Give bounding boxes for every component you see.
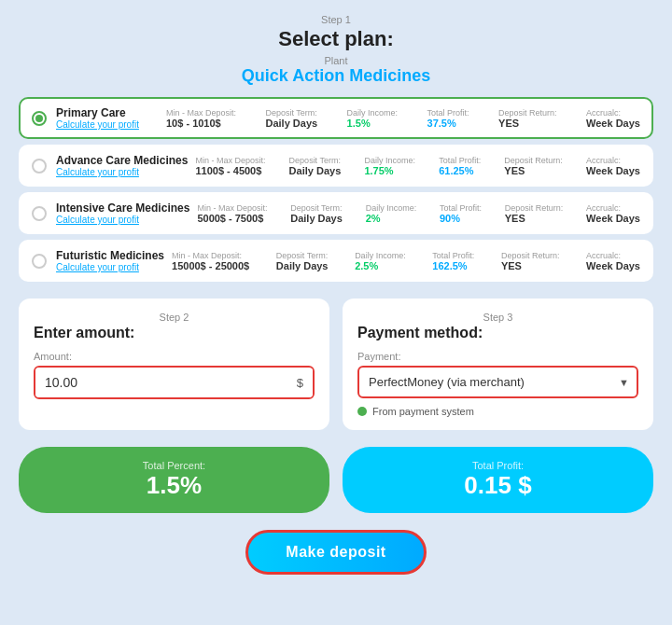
amount-input[interactable] bbox=[35, 368, 287, 397]
payment-label: Payment: bbox=[357, 351, 638, 362]
plan-info-futuristic: Futuristic Medicines Calculate your prof… bbox=[56, 249, 164, 272]
result-percent-label: Total Percent: bbox=[143, 460, 205, 471]
plan-row-advance[interactable]: Advance Care Medicines Calculate your pr… bbox=[19, 145, 653, 187]
radio-intensive[interactable] bbox=[32, 206, 47, 221]
plan-stats-intensive: Min - Max Deposit: 5000$ - 7500$ Deposit… bbox=[197, 203, 640, 224]
amount-input-wrap: $ bbox=[34, 366, 315, 399]
stat-income-primary: Daily Income: 1.5% bbox=[347, 108, 399, 129]
make-deposit-button[interactable]: Make deposit bbox=[245, 530, 426, 575]
plan-info-intensive: Intensive Care Medicines Calculate your … bbox=[56, 201, 189, 225]
step3-title: Payment method: bbox=[357, 325, 638, 341]
result-percent-value: 1.5% bbox=[147, 471, 202, 500]
radio-advance[interactable] bbox=[32, 159, 47, 174]
steps-row: Step 2 Enter amount: Amount: $ Step 3 Pa… bbox=[19, 299, 653, 430]
plan-stats-advance: Min - Max Deposit: 1100$ - 4500$ Deposit… bbox=[195, 156, 640, 176]
from-payment-row: From payment system bbox=[357, 406, 638, 417]
green-dot-icon bbox=[357, 407, 367, 416]
plan-row-primary[interactable]: Primary Care Calculate your profit Min -… bbox=[19, 97, 653, 139]
from-payment-text: From payment system bbox=[372, 406, 474, 417]
calc-link-intensive[interactable]: Calculate your profit bbox=[56, 215, 189, 225]
stat-profit-primary: Total Profit: 37.5% bbox=[427, 108, 469, 129]
stat-return-primary: Deposit Return: YES bbox=[498, 108, 557, 129]
result-row: Total Percent: 1.5% Total Profit: 0.15 $ bbox=[19, 447, 653, 513]
amount-label: Amount: bbox=[34, 351, 315, 362]
result-profit-value: 0.15 $ bbox=[464, 471, 531, 500]
plan-info-primary: Primary Care Calculate your profit bbox=[56, 106, 159, 130]
plan-label: Plant bbox=[324, 55, 347, 66]
step2-title: Enter amount: bbox=[34, 325, 315, 341]
radio-primary[interactable] bbox=[32, 111, 47, 126]
plan-name-primary: Primary Care bbox=[56, 106, 159, 119]
currency-symbol: $ bbox=[287, 368, 313, 397]
calc-link-advance[interactable]: Calculate your profit bbox=[56, 167, 188, 177]
plan-info-advance: Advance Care Medicines Calculate your pr… bbox=[56, 154, 188, 177]
calc-link-futuristic[interactable]: Calculate your profit bbox=[56, 262, 164, 272]
step3-card: Step 3 Payment method: Payment: PerfectM… bbox=[343, 299, 653, 430]
plan-stats-futuristic: Min - Max Deposit: 15000$ - 25000$ Depos… bbox=[172, 251, 640, 271]
stat-term-primary: Deposit Term: Daily Days bbox=[265, 108, 317, 129]
step3-label: Step 3 bbox=[357, 312, 638, 323]
result-profit-label: Total Profit: bbox=[472, 460, 524, 471]
calc-link-primary[interactable]: Calculate your profit bbox=[56, 119, 159, 130]
step1-label: Step 1 bbox=[321, 14, 351, 25]
plan-name: Quick Action Medicines bbox=[242, 66, 430, 86]
step2-label: Step 2 bbox=[34, 312, 315, 323]
deposit-btn-wrap: Make deposit bbox=[19, 530, 653, 575]
plan-row-intensive[interactable]: Intensive Care Medicines Calculate your … bbox=[19, 192, 653, 234]
plan-name-futuristic: Futuristic Medicines bbox=[56, 249, 164, 262]
result-profit-card: Total Profit: 0.15 $ bbox=[343, 447, 653, 513]
result-percent-card: Total Percent: 1.5% bbox=[19, 447, 329, 513]
stat-accrual-primary: Accrualc: Week Days bbox=[586, 108, 640, 129]
plan-stats-primary: Min - Max Deposit: 10$ - 1010$ Deposit T… bbox=[166, 108, 640, 129]
chevron-down-icon: ▼ bbox=[611, 377, 637, 388]
payment-select[interactable]: PerfectMoney (via merchant) Bitcoin Ethe… bbox=[359, 368, 611, 396]
plans-container: Primary Care Calculate your profit Min -… bbox=[19, 97, 653, 282]
step2-card: Step 2 Enter amount: Amount: $ bbox=[19, 299, 329, 430]
plan-row-futuristic[interactable]: Futuristic Medicines Calculate your prof… bbox=[19, 240, 653, 282]
plan-name-advance: Advance Care Medicines bbox=[56, 154, 188, 167]
plan-name-intensive: Intensive Care Medicines bbox=[56, 201, 189, 215]
page-title: Select plan: bbox=[278, 27, 393, 51]
radio-futuristic[interactable] bbox=[32, 254, 47, 269]
stat-minmax-primary: Min - Max Deposit: 10$ - 1010$ bbox=[166, 108, 236, 129]
payment-select-wrap: PerfectMoney (via merchant) Bitcoin Ethe… bbox=[357, 366, 638, 398]
